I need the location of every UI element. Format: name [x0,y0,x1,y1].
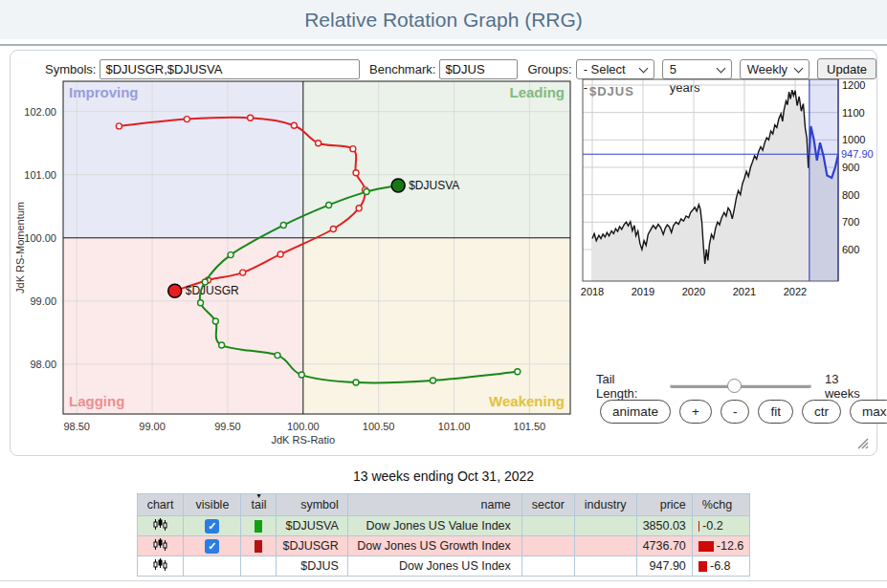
cell-pct-chg: -0.2 [702,519,723,533]
quadrant-lagging [63,238,303,414]
cell-name: Dow Jones US Growth Index [347,536,521,556]
last-price-label: 947.90 [841,148,874,160]
cell-price: 947.90 [636,556,692,577]
cell-symbol: $DJUS [277,556,347,577]
col-header-tail[interactable]: ▾tail [241,494,277,516]
symbols-label: Symbols: [45,62,96,76]
groups-label: Groups: [527,62,571,76]
table-header-row: chartvisible▾tailsymbolnamesectorindustr… [137,494,750,516]
footer-divider [0,580,887,581]
svg-text:99.00: 99.00 [30,295,56,307]
cell-symbol: $DJUSVA [277,516,347,536]
resize-handle-icon[interactable] [855,436,869,449]
cell-price: 4736.70 [636,536,692,556]
symbol-dot-label: $DJUSVA [409,179,459,192]
groups-select[interactable]: - Select - [576,59,654,79]
col-header-industry[interactable]: industry [574,494,636,516]
toolbar: Symbols: Benchmark: Groups: - Select - 5… [45,58,876,79]
svg-text:99.50: 99.50 [214,421,241,432]
candlestick-icon[interactable] [153,558,167,571]
tail-length-control: Tail Length: 13 weeks [596,372,876,401]
cell-sector [521,536,574,556]
zoom-in-button[interactable]: + [679,400,712,424]
maximize-button[interactable]: max [850,400,887,424]
cell-industry [574,516,636,536]
symbol-table: chartvisible▾tailsymbolnamesectorindustr… [137,493,751,577]
chevron-down-icon [716,63,725,73]
quadrant-leading [303,81,570,238]
table-row: $DJUSGRDow Jones US Growth Index4736.70-… [137,536,750,556]
tail-color-swatch [255,540,262,553]
cell-name: Dow Jones US Index [347,556,521,577]
quadrant-label-weakening: Weakening [489,393,565,409]
symbol-dot-label: $DJUSGR [186,284,239,297]
tail-color-swatch [255,520,262,533]
candlestick-icon[interactable] [153,518,167,531]
rrg-panel: Symbols: Benchmark: Groups: - Select - 5… [10,50,877,456]
cell-symbol: $DJUSGR [277,536,347,556]
cell-pct-chg: -12.6 [717,539,744,553]
page-title: Relative Rotation Graph (RRG) [0,0,887,39]
col-header-symbol[interactable]: symbol [277,494,347,516]
col-header-visible[interactable]: visible [184,494,241,516]
chevron-down-icon [638,63,648,73]
header-divider [0,44,887,46]
cell-sector [521,556,574,577]
tail-length-slider[interactable] [670,384,811,388]
svg-text:101.00: 101.00 [24,169,56,181]
svg-text:1100: 1100 [842,107,865,119]
col-header-chart[interactable]: chart [137,494,184,516]
tail-length-slider-handle[interactable] [727,379,742,393]
svg-text:101.50: 101.50 [514,421,546,432]
period-caption: 13 weeks ending Oct 31, 2022 [0,468,887,484]
symbols-input[interactable] [100,59,360,79]
period-select[interactable]: 5 years [662,59,732,79]
symbol-dot-$DJUSVA[interactable] [391,179,405,192]
col-header-chg[interactable]: %chg [692,494,750,516]
candlestick-icon[interactable] [153,538,167,551]
update-button[interactable]: Update [817,58,876,79]
table-row: $DJUSVADow Jones US Value Index3850.03-0… [137,516,750,536]
cell-pct-chg: -6.8 [710,559,731,573]
frequency-select[interactable]: Weekly [740,59,809,79]
benchmark-price-chart[interactable]: 947.906007008009001000110012002018201920… [581,77,879,309]
cell-industry [574,536,636,556]
svg-text:1000: 1000 [842,134,865,145]
sort-arrow-icon: ▾ [256,492,260,500]
col-header-name[interactable]: name [347,494,521,516]
quadrant-improving [63,81,303,238]
svg-text:2022: 2022 [784,286,807,297]
rrg-chart[interactable]: ImprovingLeadingLaggingWeakening98.5099.… [11,77,585,458]
center-button[interactable]: ctr [802,400,841,424]
cell-industry [574,556,636,577]
col-header-price[interactable]: price [636,494,692,516]
benchmark-label: Benchmark: [369,62,435,76]
svg-text:600: 600 [842,244,859,255]
visible-checkbox[interactable] [205,519,219,534]
animate-button[interactable]: animate [600,400,671,424]
svg-text:2020: 2020 [682,286,705,297]
app-header: Relative Rotation Graph (RRG) [0,0,887,39]
svg-text:800: 800 [842,189,859,201]
benchmark-chart-title: $DJUS [589,84,634,98]
rrg-button-row: animate+-fitctrmax [600,400,887,424]
quadrant-label-improving: Improving [69,84,139,100]
col-header-sector[interactable]: sector [521,494,574,516]
symbol-dot-$DJUSGR[interactable] [168,284,182,297]
benchmark-input[interactable] [439,59,518,79]
tail-length-value: 13 weeks [825,372,876,401]
svg-text:2021: 2021 [733,286,756,297]
visible-checkbox[interactable] [205,539,219,554]
pct-change-bar [699,541,714,552]
svg-text:2019: 2019 [632,286,654,297]
pct-change-bar [699,561,707,572]
svg-text:100.00: 100.00 [287,421,320,432]
pct-change-bar [699,521,699,532]
quadrant-weakening [303,238,570,414]
zoom-out-button[interactable]: - [721,400,750,424]
quadrant-label-leading: Leading [509,84,565,100]
svg-text:2018: 2018 [581,286,604,297]
svg-text:99.00: 99.00 [139,421,166,432]
fit-button[interactable]: fit [758,400,793,424]
chevron-down-icon [794,63,804,73]
